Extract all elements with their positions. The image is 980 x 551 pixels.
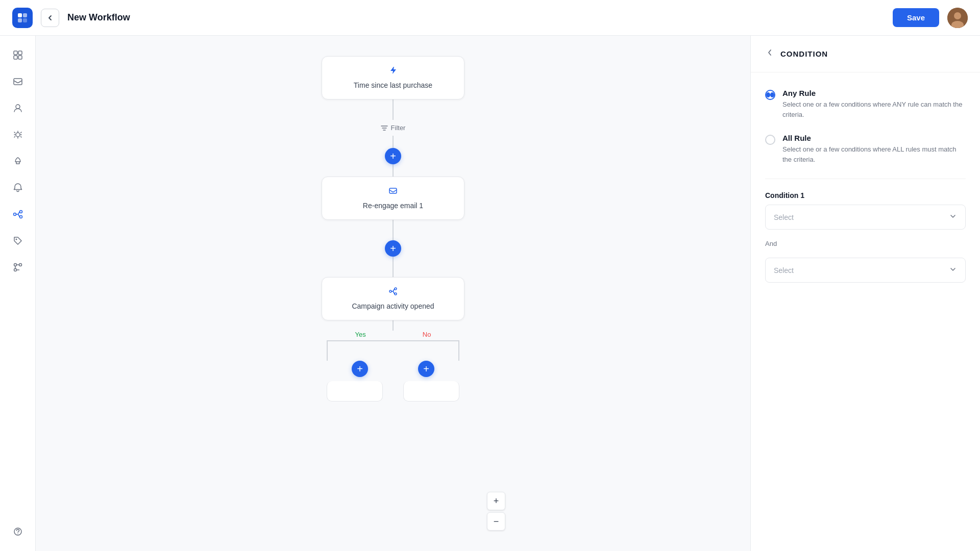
page-title: New Workflow — [67, 12, 130, 23]
condition-2-select[interactable]: Select — [765, 258, 966, 283]
sidebar — [0, 36, 36, 551]
branch-right-h — [393, 340, 459, 341]
sidebar-item-profile[interactable] — [7, 97, 29, 119]
svg-point-17 — [15, 239, 17, 240]
all-rule-content: All Rule Select one or a few conditions … — [782, 134, 966, 164]
top-nav: New Workflow Save — [0, 0, 980, 36]
connector-5 — [393, 257, 394, 277]
branch-no-label: No — [423, 331, 431, 338]
right-panel: CONDITION Any Rule Select one or a few c… — [750, 36, 980, 551]
branch-right-v — [458, 340, 459, 361]
save-button[interactable]: Save — [893, 8, 939, 27]
add-node-button-1[interactable]: + — [385, 148, 401, 164]
filter-label: Filter — [381, 124, 406, 132]
zoom-out-button[interactable]: − — [487, 512, 505, 531]
sidebar-item-help[interactable] — [7, 520, 29, 543]
svg-rect-9 — [14, 56, 17, 59]
sidebar-item-notifications[interactable] — [7, 177, 29, 199]
app-logo — [12, 8, 33, 28]
condition-1-section: Condition 1 Select — [765, 191, 966, 230]
condition-1-select[interactable]: Select — [765, 205, 966, 230]
connector-3 — [393, 164, 394, 177]
chevron-down-icon-2 — [949, 265, 957, 275]
branch-plus-row: + + — [327, 361, 459, 377]
any-rule-content: Any Rule Select one or a few conditions … — [782, 89, 966, 119]
avatar — [947, 8, 968, 28]
back-button[interactable] — [41, 9, 59, 27]
branch-yes-label: Yes — [355, 331, 366, 338]
workflow-node-email[interactable]: Re-engage email 1 — [322, 177, 464, 220]
svg-rect-1 — [23, 13, 27, 17]
add-node-button-2[interactable]: + — [385, 240, 401, 257]
condition-1-label: Condition 1 — [765, 191, 966, 199]
sidebar-item-campaigns[interactable] — [7, 123, 29, 146]
connector-1 — [393, 99, 394, 120]
workflow-nodes: Time since last purchase Filter + — [240, 56, 546, 531]
svg-rect-0 — [18, 13, 22, 17]
sidebar-item-workflows[interactable] — [7, 203, 29, 226]
workflow-node-condition[interactable]: Campaign activity opened — [322, 277, 464, 320]
zoom-in-button[interactable]: + — [487, 492, 505, 510]
connector-2 — [393, 136, 394, 148]
branch-labels: Yes No — [327, 331, 459, 338]
svg-rect-8 — [18, 51, 22, 55]
svg-point-13 — [16, 133, 20, 137]
zoom-controls: + − — [487, 492, 505, 531]
svg-point-5 — [954, 12, 961, 19]
all-rule-description: Select one or a few conditions where ALL… — [782, 144, 966, 164]
panel-header: CONDITION — [751, 36, 980, 72]
add-node-button-yes[interactable]: + — [352, 361, 368, 377]
branch-icon — [338, 287, 448, 298]
panel-body: Any Rule Select one or a few conditions … — [751, 72, 980, 297]
branch-bottom-left — [327, 381, 383, 402]
node-trigger-label: Time since last purchase — [354, 81, 432, 89]
condition-2-placeholder: Select — [774, 266, 794, 274]
add-node-button-no[interactable]: + — [418, 361, 434, 377]
sidebar-item-tags[interactable] — [7, 230, 29, 252]
panel-back-button[interactable] — [765, 48, 774, 60]
sidebar-item-dashboard[interactable] — [7, 44, 29, 66]
condition-2-section: Select — [765, 258, 966, 283]
branch-v-top — [393, 320, 394, 331]
any-rule-radio[interactable] — [765, 90, 775, 100]
branch-horizontal — [327, 340, 459, 361]
any-rule-description: Select one or a few conditions where ANY… — [782, 99, 966, 119]
sidebar-item-contacts[interactable] — [7, 70, 29, 93]
node-email-label: Re-engage email 1 — [363, 202, 423, 210]
svg-rect-3 — [23, 18, 27, 22]
branch-area: Yes No + + — [316, 320, 470, 402]
svg-rect-2 — [18, 18, 22, 22]
connector-4 — [393, 220, 394, 240]
all-rule-option[interactable]: All Rule Select one or a few conditions … — [765, 132, 966, 166]
panel-title: CONDITION — [780, 49, 828, 58]
chevron-down-icon-1 — [949, 212, 957, 222]
svg-point-22 — [17, 534, 18, 535]
main-layout: Time since last purchase Filter + — [0, 36, 980, 551]
bolt-icon — [338, 66, 448, 78]
mail-icon — [338, 186, 448, 198]
branch-left-v — [327, 340, 328, 361]
svg-rect-7 — [14, 51, 17, 55]
any-rule-option[interactable]: Any Rule Select one or a few conditions … — [765, 87, 966, 121]
any-rule-label: Any Rule — [782, 89, 966, 97]
workflow-node-trigger[interactable]: Time since last purchase — [322, 56, 464, 99]
all-rule-label: All Rule — [782, 134, 966, 142]
sidebar-item-launches[interactable] — [7, 150, 29, 172]
svg-point-12 — [16, 105, 20, 109]
branch-bottom-nodes — [327, 381, 459, 402]
workflow-canvas: Time since last purchase Filter + — [36, 36, 750, 551]
sidebar-item-integrations[interactable] — [7, 256, 29, 279]
branch-bottom-right — [403, 381, 459, 402]
condition-1-placeholder: Select — [774, 213, 794, 221]
all-rule-radio[interactable] — [765, 135, 775, 145]
panel-divider — [765, 179, 966, 179]
node-condition-label: Campaign activity opened — [352, 302, 434, 310]
svg-rect-10 — [18, 56, 22, 59]
branch-left-h — [327, 340, 393, 341]
and-label: And — [765, 240, 966, 247]
